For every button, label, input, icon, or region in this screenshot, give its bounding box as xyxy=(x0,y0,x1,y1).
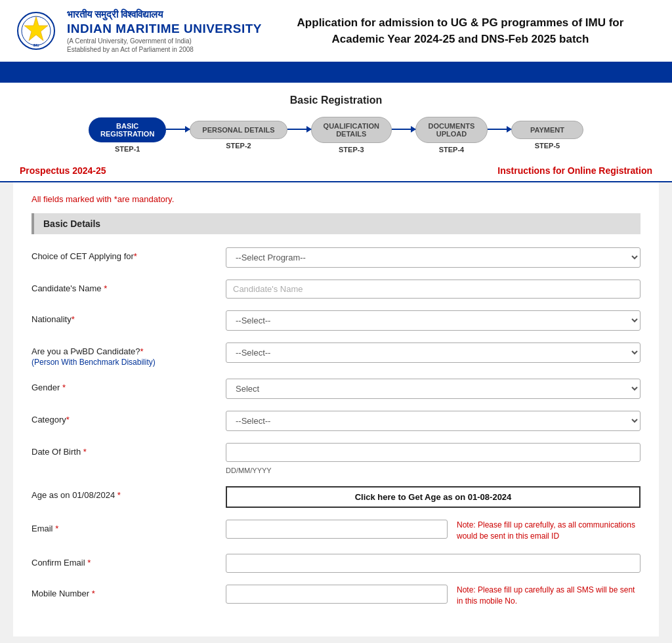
mandatory-note: All fields marked with *are mandatory. xyxy=(32,194,640,204)
age-row: Age as on 01/08/2024 * Click here to Get… xyxy=(32,486,640,508)
step-1-pill: BASICREGISTRATION xyxy=(89,117,166,142)
name-field xyxy=(226,280,640,299)
cet-field: --Select Program-- xyxy=(226,247,640,268)
age-field: Click here to Get Age as on 01-08-2024 xyxy=(226,486,640,508)
name-input[interactable] xyxy=(226,280,640,299)
svg-marker-2 xyxy=(24,16,48,41)
step-arrow-4 xyxy=(488,129,511,130)
section-header: Basic Details xyxy=(32,213,640,234)
logo-sub2: Established by an Act of Parliament in 2… xyxy=(67,45,262,54)
mobile-input[interactable] xyxy=(226,585,448,604)
nationality-label: Nationality* xyxy=(32,310,215,324)
step-5-block: PAYMENT STEP-5 xyxy=(511,121,583,150)
gender-field: Select Male Female Other xyxy=(226,379,640,399)
steps-row: BASICREGISTRATION STEP-1 PERSONAL DETAIL… xyxy=(20,117,652,154)
logo-emblem: IMU xyxy=(13,8,59,54)
dob-row: Date Of Birth * DD/MM/YYYY xyxy=(32,443,640,474)
category-field: --Select-- General OBC SC ST xyxy=(226,411,640,431)
links-row: Prospectus 2024-25 Instructions for Onli… xyxy=(0,160,672,182)
step-arrow-1 xyxy=(166,129,190,130)
gender-select[interactable]: Select Male Female Other xyxy=(226,379,640,399)
pwbd-row: Are you a PwBD Candidate?* (Person With … xyxy=(32,342,640,367)
emblem-svg: IMU xyxy=(16,11,56,51)
instructions-link[interactable]: Instructions for Online Registration xyxy=(497,165,652,176)
header-title: Application for admission to UG & PG pro… xyxy=(262,14,659,48)
step-3-label: STEP-3 xyxy=(339,146,364,154)
logo-hindi: भारतीय समुद्री विश्वविद्यालय xyxy=(67,8,262,21)
gender-row: Gender * Select Male Female Other xyxy=(32,379,640,399)
step-5-label: STEP-5 xyxy=(535,142,560,150)
mobile-row: Mobile Number * Note: Please fill up car… xyxy=(32,585,640,607)
cet-row: Choice of CET Applying for* --Select Pro… xyxy=(32,247,640,268)
category-row: Category* --Select-- General OBC SC ST xyxy=(32,411,640,431)
nationality-row: Nationality* --Select-- xyxy=(32,310,640,331)
dob-field: DD/MM/YYYY xyxy=(226,443,640,474)
steps-title: Basic Registration xyxy=(20,94,652,106)
mobile-note: Note: Please fill up carefully as all SM… xyxy=(457,585,640,607)
svg-text:IMU: IMU xyxy=(33,43,39,47)
step-2-label: STEP-2 xyxy=(226,142,251,150)
pwbd-label: Are you a PwBD Candidate?* (Person With … xyxy=(32,342,215,367)
cet-select[interactable]: --Select Program-- xyxy=(226,247,640,268)
logo-block: IMU भारतीय समुद्री विश्वविद्यालय INDIAN … xyxy=(13,8,262,54)
pwbd-sub-label: (Person With Benchmark Disability) xyxy=(32,358,215,367)
mobile-field xyxy=(226,585,448,604)
email-note: Note: Please fill up carefully, as all c… xyxy=(457,520,640,542)
step-2-pill: PERSONAL DETAILS xyxy=(190,121,287,139)
step-arrow-3 xyxy=(392,129,415,130)
logo-english: INDIAN MARITIME UNIVERSITY xyxy=(67,21,262,37)
form-area: All fields marked with *are mandatory. B… xyxy=(13,182,659,636)
dob-hint: DD/MM/YYYY xyxy=(226,467,640,474)
pwbd-field: --Select-- xyxy=(226,342,640,363)
step-4-label: STEP-4 xyxy=(439,146,465,154)
email-label: Email * xyxy=(32,520,215,533)
name-row: Candidate's Name * xyxy=(32,280,640,299)
pwbd-select[interactable]: --Select-- xyxy=(226,342,640,363)
nationality-select[interactable]: --Select-- xyxy=(226,310,640,331)
gender-label: Gender * xyxy=(32,379,215,392)
steps-container: Basic Registration BASICREGISTRATION STE… xyxy=(0,83,672,160)
step-4-block: DOCUMENTSUPLOAD STEP-4 xyxy=(415,117,488,154)
prospectus-link[interactable]: Prospectus 2024-25 xyxy=(20,165,106,176)
email-row: Email * Note: Please fill up carefully, … xyxy=(32,520,640,542)
age-label: Age as on 01/08/2024 * xyxy=(32,486,215,500)
step-1-label: STEP-1 xyxy=(115,145,140,153)
blue-bar xyxy=(0,64,672,83)
step-1-block: BASICREGISTRATION STEP-1 xyxy=(89,117,166,153)
logo-text-block: भारतीय समुद्री विश्वविद्यालय INDIAN MARI… xyxy=(67,8,262,54)
category-select[interactable]: --Select-- General OBC SC ST xyxy=(226,411,640,431)
step-5-pill: PAYMENT xyxy=(511,121,583,139)
confirm-email-input[interactable] xyxy=(226,554,640,573)
email-input[interactable] xyxy=(226,520,448,539)
dob-input[interactable] xyxy=(226,443,640,462)
step-arrow-2 xyxy=(287,129,311,130)
name-label: Candidate's Name * xyxy=(32,280,215,293)
confirm-email-label: Confirm Email * xyxy=(32,554,215,568)
logo-sub1: (A Central University, Government of Ind… xyxy=(67,37,262,45)
dob-label: Date Of Birth * xyxy=(32,443,215,457)
cet-label: Choice of CET Applying for* xyxy=(32,247,215,261)
confirm-email-row: Confirm Email * xyxy=(32,554,640,573)
page-header: IMU भारतीय समुद्री विश्वविद्यालय INDIAN … xyxy=(0,0,672,64)
email-field xyxy=(226,520,448,539)
category-label: Category* xyxy=(32,411,215,425)
age-button[interactable]: Click here to Get Age as on 01-08-2024 xyxy=(226,486,640,508)
confirm-email-field xyxy=(226,554,640,573)
step-3-block: QUALIFICATIONDETAILS STEP-3 xyxy=(311,117,392,154)
nationality-field: --Select-- xyxy=(226,310,640,331)
step-3-pill: QUALIFICATIONDETAILS xyxy=(311,117,392,143)
step-4-pill: DOCUMENTSUPLOAD xyxy=(415,117,488,143)
mobile-label: Mobile Number * xyxy=(32,585,215,598)
step-2-block: PERSONAL DETAILS STEP-2 xyxy=(190,121,287,150)
